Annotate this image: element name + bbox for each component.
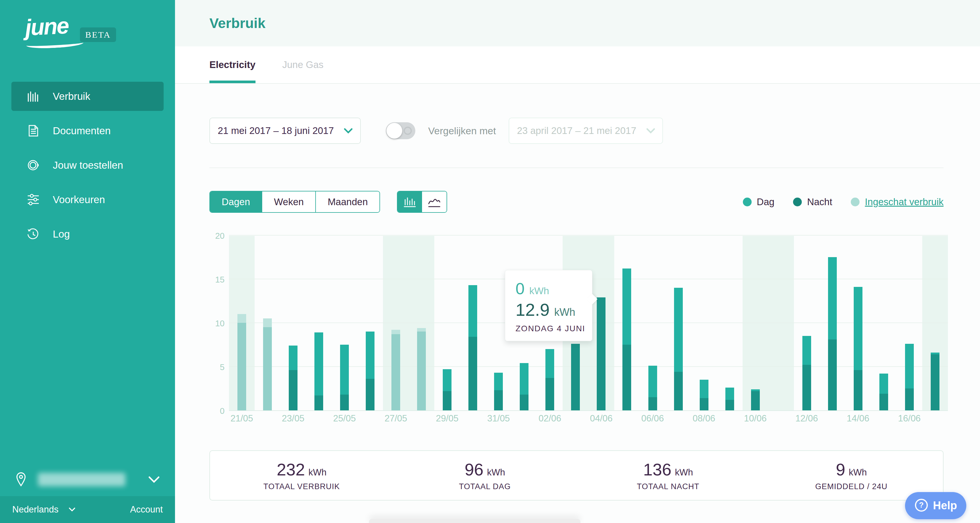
bar-day-segment [340,345,349,395]
bar-day-segment [237,314,246,323]
chevron-down-icon [68,507,76,512]
appliance-drum-icon [27,158,40,172]
bar-day-segment [648,366,657,397]
sidebar-item-documenten[interactable]: Documenten [11,116,164,145]
bar-27/05[interactable] [391,330,400,410]
sliders-icon [27,193,40,206]
bar-08/06[interactable] [700,380,708,410]
sidebar: june BETA Verbruik Documenten Jouw toest… [0,0,175,523]
bar-10/06[interactable] [751,389,760,410]
bar-24/05[interactable] [314,332,323,410]
toggle-knob [387,123,402,139]
bar-03/06[interactable] [571,344,580,410]
bar-day-segment [828,257,837,340]
bar-05/06[interactable] [622,268,631,410]
period-option-dagen[interactable]: Dagen [210,191,262,212]
chart-column-23/05 [280,236,306,410]
bar-13/06[interactable] [828,257,837,410]
bar-night-segment [520,395,528,410]
sidebar-item-log[interactable]: Log [11,220,164,249]
sidebar-item-label: Documenten [53,125,111,137]
stat-value: 96 [465,460,484,479]
ingeschat-dot-icon [851,198,859,206]
x-tick-label: 21/05 [229,413,255,424]
bar-25/05[interactable] [340,345,349,410]
bar-16/06[interactable] [905,344,914,410]
chevron-down-icon [344,128,353,134]
x-tick-label: 29/05 [434,413,460,424]
nacht-dot-icon [793,198,802,206]
bar-night-segment [289,370,298,410]
bar-14/06[interactable] [854,287,862,410]
chart-type-toggle [397,191,447,213]
bar-night-segment [597,297,606,410]
bar-day-segment [520,363,528,395]
period-option-maanden[interactable]: Maanden [315,191,379,212]
bar-04/06[interactable] [597,297,606,410]
stat-unit: kWh [675,467,693,478]
stat-label: TOTAAL DAG [393,482,576,491]
bar-28/05[interactable] [417,328,426,410]
account-link[interactable]: Account [130,504,163,515]
bar-night-segment [417,332,426,410]
line-chart-type-button[interactable] [422,191,447,212]
gridline [229,235,948,236]
stat-label: GEMIDDELD / 24U [760,482,943,491]
bar-17/06[interactable] [931,352,939,410]
bar-02/06[interactable] [546,349,554,410]
date-range-select[interactable]: 21 mei 2017 – 18 juni 2017 [209,118,361,144]
location-pin-icon [15,472,27,487]
bar-day-segment [802,336,811,365]
period-segmented-control: Dagen Weken Maanden [209,191,380,213]
bar-day-segment [905,344,914,389]
bar-day-segment [674,288,683,372]
sidebar-item-label: Voorkeuren [53,194,105,206]
bar-day-segment [391,330,400,334]
page-title: Verbruik [209,15,266,31]
bar-day-segment [263,319,272,327]
content: 21 mei 2017 – 18 juni 2017 Vergelijken m… [175,118,980,501]
compare-range-select-disabled[interactable]: 23 april 2017 – 21 mei 2017 [509,118,663,144]
stat-totaal-dag: 96 kWh TOTAAL DAG [393,460,576,491]
chart: 05101520 0 kWh 12.9 kWh ZONDAG 4 JUNI [209,236,980,426]
stat-label: TOTAAL NACHT [577,482,760,491]
bar-23/05[interactable] [289,346,298,410]
history-icon [27,227,40,241]
chart-column-16/06 [897,236,922,410]
bar-06/06[interactable] [648,366,657,410]
bar-31/05[interactable] [494,373,503,410]
stat-value: 9 [836,460,845,479]
document-icon [27,124,40,137]
tab-electricity[interactable]: Electricity [209,46,256,83]
legend-item-dag: Dag [743,196,775,207]
bar-12/06[interactable] [802,336,811,410]
language-selector[interactable]: Nederlands [12,504,59,515]
bar-01/06[interactable] [520,363,528,410]
bar-21/05[interactable] [237,314,246,410]
bar-30/05[interactable] [468,285,477,410]
chart-column-13/06 [819,236,845,410]
tab-june-gas[interactable]: June Gas [282,46,323,83]
bar-day-segment [622,268,631,345]
ingeschat-verbruik-link[interactable]: Ingeschat verbruik [865,196,943,207]
sidebar-item-voorkeuren[interactable]: Voorkeuren [11,185,164,214]
chart-column-08/06 [691,236,717,410]
bar-22/05[interactable] [263,319,272,410]
compare-toggle[interactable] [386,122,415,139]
bar-26/05[interactable] [366,332,374,410]
x-tick-label: 02/06 [537,413,563,424]
sidebar-item-verbruik[interactable]: Verbruik [11,82,164,111]
stat-value: 136 [643,460,671,479]
x-tick-label: 25/05 [332,413,357,424]
bar-29/05[interactable] [443,369,452,410]
sidebar-item-jouw-toestellen[interactable]: Jouw toestellen [11,151,164,180]
bar-night-segment [468,337,477,410]
bar-night-segment [905,389,914,410]
bar-chart-type-button[interactable] [398,191,422,212]
bar-07/06[interactable] [674,288,683,410]
bar-09/06[interactable] [725,387,734,410]
period-option-weken[interactable]: Weken [262,191,315,212]
location-selector[interactable] [0,463,175,496]
help-button[interactable]: ? Help [905,492,966,519]
bar-15/06[interactable] [880,373,888,410]
